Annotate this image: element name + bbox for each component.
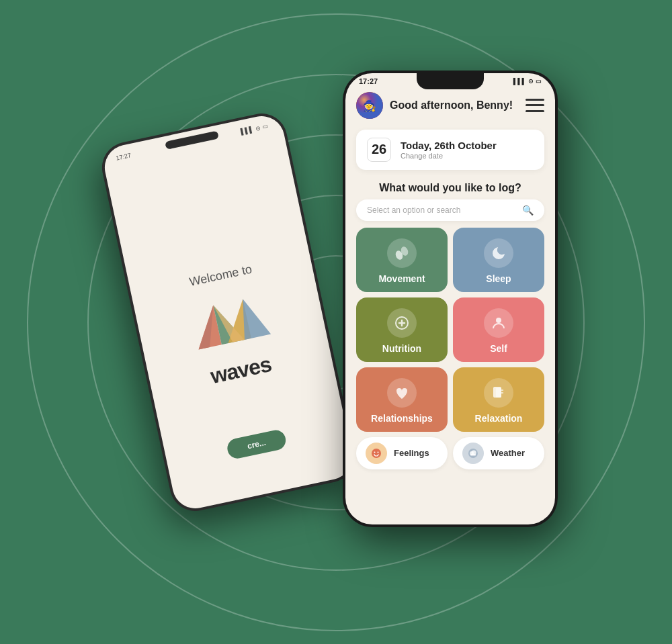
app-name-text: waves [208,351,274,388]
svg-point-15 [372,449,381,458]
relationships-label: Relationships [371,413,433,424]
nutrition-button[interactable]: Nutrition [356,297,448,362]
hamburger-menu-button[interactable] [526,99,544,112]
search-icon[interactable]: 🔍 [522,205,534,216]
phone-back-screen: 17:27 ▌▌▌ ⊙ ▭ Welcome to [101,111,357,512]
relaxation-svg [491,385,507,401]
sleep-label: Sleep [486,273,511,284]
phones-container: 17:27 ▌▌▌ ⊙ ▭ Welcome to [101,71,571,574]
self-label: Self [490,343,507,354]
self-button[interactable]: Self [453,297,544,362]
avatar-image: 🧙 [356,92,383,119]
log-grid: Movement Sleep [345,228,555,437]
feelings-label: Feelings [394,448,429,458]
back-signal-icon: ▌▌▌ [240,126,254,135]
search-bar[interactable]: Select an option or search 🔍 [356,199,544,221]
status-time: 17:27 [359,77,378,85]
movement-button[interactable]: Movement [356,228,448,292]
movement-icon [387,238,417,268]
phone-back: 17:27 ▌▌▌ ⊙ ▭ Welcome to [97,109,360,516]
status-icons-group: ▌▌▌ ⊙ ▭ [513,78,542,85]
svg-rect-21 [470,454,476,456]
phone-back-content: Welcome to [171,233,286,391]
weather-button[interactable]: Weather [453,437,544,469]
waves-logo [182,286,279,357]
svg-rect-14 [496,388,501,398]
signal-bars-icon: ▌▌▌ [513,78,526,85]
phone-front: 17:27 ▌▌▌ ⊙ ▭ [343,71,558,527]
feelings-icon [366,443,387,464]
self-icon [484,308,513,338]
back-battery-icon: ▭ [262,122,269,130]
svg-point-12 [496,318,501,323]
movement-svg [394,245,410,261]
relaxation-icon [484,378,513,408]
search-placeholder-text: Select an option or search [367,205,460,215]
relationships-button[interactable]: Relationships [356,367,448,432]
log-question: What would you like to log? [345,175,555,199]
waves-logo-svg [182,286,279,357]
app-header: 🧙 Good afternoon, Benny! [345,87,555,124]
svg-point-16 [374,451,376,453]
avatar[interactable]: 🧙 [356,92,383,119]
back-status-icons: ▌▌▌ ⊙ ▭ [240,122,269,135]
weather-icon [462,443,484,464]
feelings-svg [370,447,382,459]
battery-icon: ▭ [536,78,542,85]
back-wifi-icon: ⊙ [255,124,261,132]
sleep-svg [491,245,507,261]
relaxation-button[interactable]: Relaxation [453,367,544,432]
weather-label: Weather [491,448,525,458]
svg-text:🧙: 🧙 [363,99,376,112]
menu-line-3 [526,110,544,112]
menu-line-2 [526,104,544,106]
self-svg [491,315,507,331]
date-number: 26 [367,138,391,162]
feelings-button[interactable]: Feelings [356,437,448,469]
date-main-text: Today, 26th October [401,140,497,151]
small-items-row: Feelings Weather [345,437,555,475]
phone-front-notch [417,73,484,89]
relaxation-label: Relaxation [475,413,523,424]
movement-label: Movement [378,273,425,284]
menu-line-1 [526,99,544,101]
sleep-icon [484,238,513,268]
weather-svg [467,447,479,459]
nutrition-label: Nutrition [382,343,421,354]
relationships-icon [387,378,417,408]
date-info: Today, 26th October Change date [401,140,497,160]
svg-point-17 [378,451,379,453]
back-status-time: 17:27 [116,152,132,161]
change-date-link[interactable]: Change date [401,152,497,160]
welcome-text: Welcome to [188,262,253,289]
nutrition-svg [394,315,410,331]
phone-back-cta-button[interactable]: cre... [226,428,288,460]
sleep-button[interactable]: Sleep [453,228,544,292]
greeting-text: Good afternoon, Benny! [390,99,519,111]
date-card[interactable]: 26 Today, 26th October Change date [356,130,544,170]
wifi-icon: ⊙ [528,78,534,85]
phone-front-screen: 17:27 ▌▌▌ ⊙ ▭ [345,73,555,524]
nutrition-icon [387,308,417,338]
phone-back-status-bar: 17:27 ▌▌▌ ⊙ ▭ [116,122,269,161]
relationships-svg [394,385,410,401]
